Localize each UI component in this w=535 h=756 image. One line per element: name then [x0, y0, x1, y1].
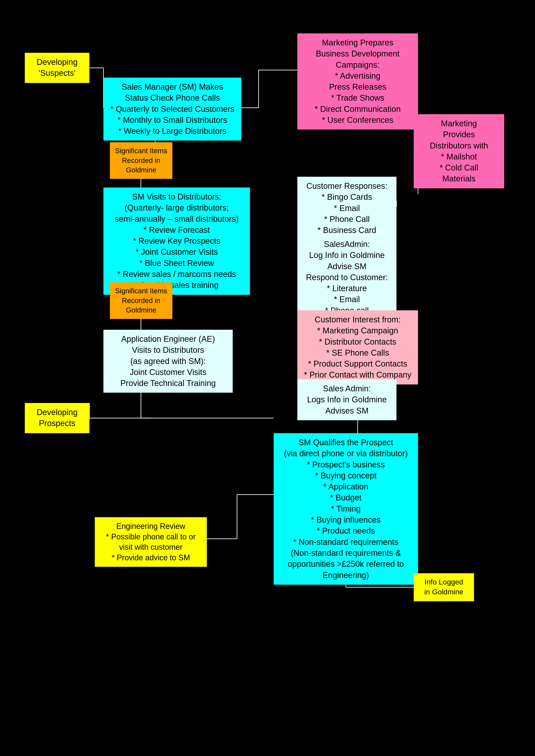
marketing-prepares-label: Marketing PreparesBusiness DevelopmentCa… [315, 38, 401, 125]
customer-interest-box: Customer Interest from:* Marketing Campa… [297, 310, 418, 384]
info-logged-box: Info Loggedin Goldmine [414, 573, 474, 601]
developing-suspects-box: Developing'Suspects' [25, 53, 89, 83]
significant-items-1-label: Significant ItemsRecorded inGoldmine [115, 147, 167, 174]
significant-items-2-label: Significant ItemsRecorded inGoldmine [115, 287, 167, 314]
diagram-container: Developing'Suspects' Marketing PreparesB… [0, 0, 535, 756]
developing-suspects-label: Developing'Suspects' [37, 58, 77, 78]
marketing-provides-box: MarketingProvidesDistributors with* Mail… [414, 114, 504, 188]
customer-interest-label: Customer Interest from:* Marketing Campa… [304, 315, 411, 379]
sales-admin-1-box: SalesAdmin:Log Info in GoldmineAdvise SM… [297, 235, 396, 320]
sales-manager-calls-label: Sales Manager (SM) MakesStatus Check Pho… [110, 82, 235, 136]
significant-items-1-box: Significant ItemsRecorded inGoldmine [110, 142, 172, 179]
customer-responses-box: Customer Responses:* Bingo Cards* Email*… [297, 177, 396, 239]
developing-prospects-box: DevelopingProspects [25, 403, 89, 433]
connectors-svg [0, 0, 535, 756]
sm-qualifies-label: SM Qualifies the Prospect(via direct pho… [284, 438, 408, 580]
sales-admin-2-label: Sales Admin:Logs Info in GoldmineAdvises… [307, 384, 387, 415]
developing-prospects-label: DevelopingProspects [37, 408, 77, 428]
significant-items-2-box: Significant ItemsRecorded inGoldmine [110, 282, 172, 319]
ae-visits-label: Application Engineer (AE)Visits to Distr… [121, 334, 216, 388]
engineering-review-box: Engineering Review* Possible phone call … [95, 517, 207, 567]
marketing-provides-label: MarketingProvidesDistributors with* Mail… [430, 119, 488, 183]
info-logged-label: Info Loggedin Goldmine [424, 578, 463, 596]
sm-visits-label: SM Visits to Distributors:(Quarterly- la… [115, 192, 239, 290]
ae-visits-box: Application Engineer (AE)Visits to Distr… [103, 330, 233, 393]
sm-qualifies-box: SM Qualifies the Prospect(via direct pho… [274, 433, 418, 585]
engineering-review-label: Engineering Review* Possible phone call … [106, 522, 196, 562]
sales-manager-calls-box: Sales Manager (SM) MakesStatus Check Pho… [103, 78, 241, 141]
sales-admin-1-label: SalesAdmin:Log Info in GoldmineAdvise SM… [306, 239, 388, 315]
sm-visits-box: SM Visits to Distributors:(Quarterly- la… [103, 187, 250, 295]
sales-admin-2-box: Sales Admin:Logs Info in GoldmineAdvises… [297, 379, 396, 420]
customer-responses-label: Customer Responses:* Bingo Cards* Email*… [306, 182, 387, 235]
marketing-prepares-box: Marketing PreparesBusiness DevelopmentCa… [297, 33, 418, 129]
